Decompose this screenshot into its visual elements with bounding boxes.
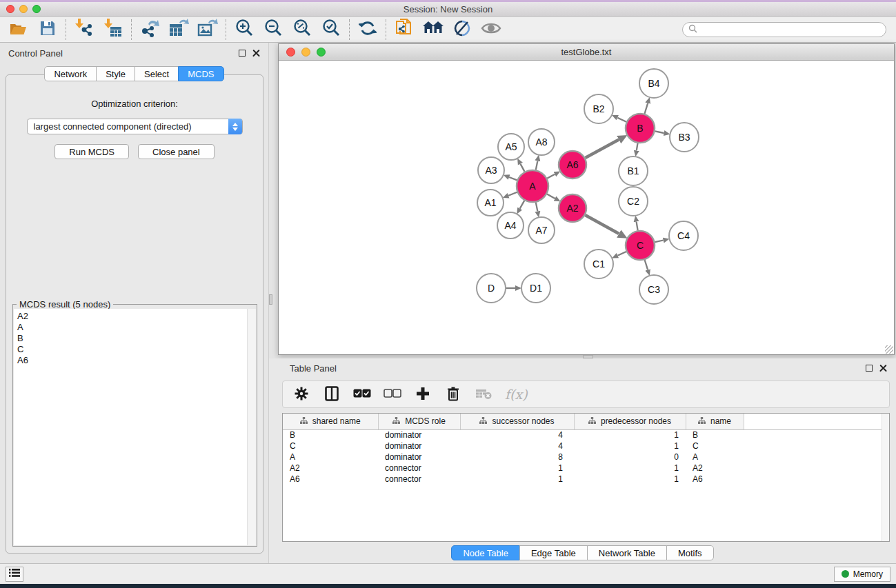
column-header-shared-name[interactable]: shared name	[283, 414, 378, 429]
tab-style[interactable]: Style	[96, 66, 135, 81]
network-window-titlebar[interactable]: testGlobe.txt	[279, 44, 894, 61]
minimize-window-button[interactable]	[19, 5, 28, 13]
node-A2[interactable]: A2	[559, 194, 586, 222]
tab-network[interactable]: Network	[44, 66, 97, 81]
edge-B-B4[interactable]	[645, 103, 648, 114]
result-item[interactable]: A	[17, 322, 256, 333]
node-A7[interactable]: A7	[528, 217, 555, 243]
cell[interactable]: 8	[460, 452, 574, 463]
edge-A-A3[interactable]	[509, 177, 517, 180]
unselect-all-button[interactable]	[384, 385, 401, 403]
splitter-handle[interactable]	[269, 294, 272, 305]
zoom-selected-button[interactable]	[321, 19, 341, 40]
function-builder-button[interactable]: f(x)	[505, 387, 528, 402]
open-session-button[interactable]	[8, 19, 29, 40]
select-all-button[interactable]	[353, 385, 371, 403]
edge-C-C2[interactable]	[637, 222, 638, 231]
edge-A-A7[interactable]	[536, 203, 538, 212]
cell[interactable]: 1	[574, 440, 686, 452]
node-C2[interactable]: C2	[619, 187, 648, 216]
node-A1[interactable]: A1	[477, 190, 504, 216]
cell[interactable]: 4	[460, 440, 574, 452]
run-mcds-button[interactable]: Run MCDS	[54, 144, 129, 159]
cell[interactable]: dominator	[378, 429, 460, 440]
delete-column-button[interactable]	[444, 385, 462, 403]
refresh-button[interactable]	[357, 19, 378, 40]
save-session-button[interactable]	[37, 19, 58, 40]
cell[interactable]: A6	[686, 474, 744, 485]
column-settings-button[interactable]	[292, 385, 310, 403]
zoom-fit-button[interactable]	[292, 19, 312, 40]
table-row[interactable]: Adominator80A	[283, 452, 884, 463]
zoom-in-button[interactable]	[234, 19, 255, 40]
node-B[interactable]: B	[626, 114, 655, 143]
cell[interactable]: 1	[460, 463, 574, 474]
network-document-button[interactable]	[394, 19, 415, 40]
delete-table-button[interactable]	[475, 385, 492, 403]
node-C3[interactable]: C3	[639, 275, 668, 304]
search-input[interactable]	[701, 25, 880, 34]
node-A6[interactable]: A6	[559, 151, 586, 179]
node-A4[interactable]: A4	[497, 212, 524, 239]
cell[interactable]: C	[686, 440, 744, 452]
tab-edge-table[interactable]: Edge Table	[519, 545, 588, 560]
column-header-successor-nodes[interactable]: successor nodes	[460, 414, 574, 429]
result-list-scrollbar[interactable]	[247, 309, 256, 545]
edge-C-C4[interactable]	[655, 241, 664, 243]
result-item[interactable]: B	[17, 333, 256, 344]
float-panel-icon[interactable]	[239, 50, 246, 57]
close-table-panel-icon[interactable]	[879, 365, 887, 372]
tab-motifs[interactable]: Motifs	[666, 545, 714, 560]
table-row[interactable]: Bdominator41B	[283, 429, 884, 440]
close-panel-button[interactable]: Close panel	[138, 144, 215, 159]
create-column-button[interactable]	[414, 385, 432, 403]
float-table-panel-icon[interactable]	[866, 365, 873, 372]
tab-select[interactable]: Select	[135, 66, 179, 81]
result-item[interactable]: C	[17, 344, 256, 355]
cell[interactable]: connector	[378, 474, 460, 485]
result-item[interactable]: A6	[17, 355, 256, 366]
close-panel-icon[interactable]	[252, 50, 260, 57]
cell[interactable]: A2	[686, 463, 744, 474]
cell[interactable]: 0	[574, 452, 686, 463]
cell[interactable]: C	[283, 440, 378, 452]
import-network-button[interactable]	[74, 19, 94, 40]
task-history-button[interactable]	[6, 567, 23, 582]
show-columns-button[interactable]	[323, 385, 341, 403]
node-A5[interactable]: A5	[498, 134, 524, 160]
edge-A-A1[interactable]	[508, 192, 517, 196]
network-zoom-button[interactable]	[317, 48, 326, 57]
result-item[interactable]: A2	[17, 311, 256, 322]
node-B3[interactable]: B3	[670, 123, 699, 152]
node-D1[interactable]: D1	[521, 274, 550, 303]
cell[interactable]: 1	[574, 429, 686, 440]
cell[interactable]: dominator	[378, 440, 460, 452]
cell[interactable]: A	[686, 452, 744, 463]
node-B1[interactable]: B1	[619, 156, 648, 185]
edge-A-A8[interactable]	[536, 161, 538, 170]
cell[interactable]: 4	[460, 429, 574, 440]
edge-B-B2[interactable]	[617, 118, 626, 122]
cell[interactable]: 1	[574, 463, 686, 474]
cell[interactable]: A6	[283, 474, 378, 485]
edge-A-A4[interactable]	[520, 201, 525, 209]
optimization-criterion-dropdown[interactable]: largest connected component (directed)	[27, 119, 243, 134]
zoom-out-button[interactable]	[263, 19, 283, 40]
edge-A-A2[interactable]	[547, 194, 555, 199]
zoom-window-button[interactable]	[32, 5, 41, 13]
memory-button[interactable]: Memory	[834, 567, 890, 582]
export-table-button[interactable]	[168, 19, 189, 40]
tab-network-table[interactable]: Network Table	[587, 545, 667, 560]
node-C1[interactable]: C1	[584, 250, 613, 278]
node-A[interactable]: A	[517, 170, 548, 202]
cell[interactable]: B	[283, 429, 378, 440]
edge-A6-B[interactable]	[586, 140, 619, 158]
cell[interactable]: connector	[378, 463, 460, 474]
edge-B-B3[interactable]	[655, 131, 664, 133]
edge-C-C3[interactable]	[645, 260, 648, 270]
cell[interactable]: 1	[574, 474, 686, 485]
node-C4[interactable]: C4	[669, 221, 698, 250]
node-D[interactable]: D	[477, 274, 506, 303]
home-button[interactable]	[423, 19, 444, 40]
close-window-button[interactable]	[6, 5, 14, 13]
